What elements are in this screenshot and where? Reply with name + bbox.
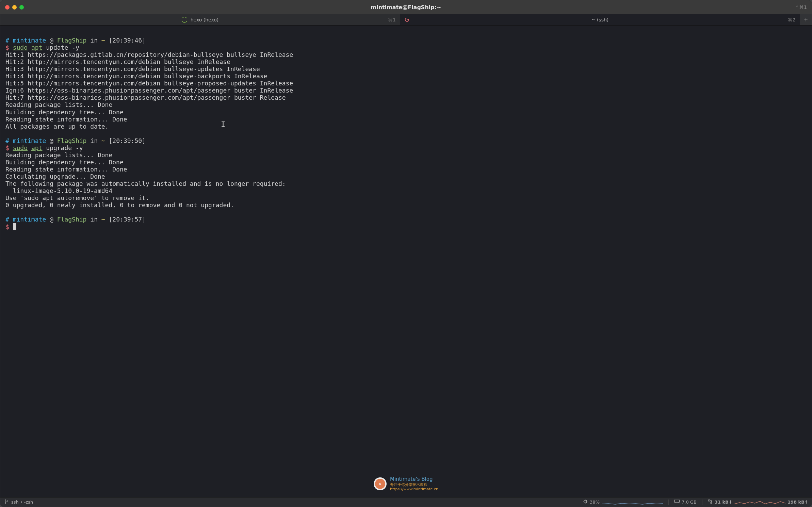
net-sparkline <box>734 499 785 505</box>
close-icon[interactable] <box>5 5 10 10</box>
cpu-icon <box>583 499 588 505</box>
output-line: Hit:5 http://mirrors.tencentyun.com/debi… <box>5 80 293 87</box>
output-line: Reading state information... Done <box>5 116 127 123</box>
status-memory: 7.0 GB <box>682 500 697 505</box>
output-line: Ign:6 https://oss-binaries.phusionpassen… <box>5 87 293 94</box>
ibeam-cursor-icon: 𝙸 <box>221 120 225 129</box>
output-line: All packages are up to date. <box>5 123 109 130</box>
terminal-body[interactable]: # mintimate @ FlagShip in ~ [20:39:46] $… <box>0 26 812 497</box>
svg-rect-4 <box>675 500 680 502</box>
terminal-window: mintimate@FlagShip:~ ⌃⌘1 hexo (hexo) ⌘1 … <box>0 0 812 507</box>
output-line: Reading package lists... Done <box>5 151 112 159</box>
output-line: Hit:2 http://mirrors.tencentyun.com/debi… <box>5 58 230 65</box>
output-line: The following package was automatically … <box>5 180 286 187</box>
new-tab-button[interactable] <box>800 14 812 25</box>
traffic-lights <box>5 5 24 10</box>
memory-icon <box>674 500 680 505</box>
output-line: Reading state information... Done <box>5 166 127 173</box>
sync-icon <box>404 17 410 22</box>
status-net-down: 31 kB↓ <box>715 500 732 505</box>
output-line: Building dependency tree... Done <box>5 109 124 116</box>
svg-point-2 <box>7 500 8 501</box>
network-icon <box>708 499 713 505</box>
output-line: Hit:7 https://oss-binaries.phusionpassen… <box>5 94 286 101</box>
output-line: 0 upgraded, 0 newly installed, 0 to remo… <box>5 201 234 209</box>
node-icon <box>182 17 187 23</box>
output-line: Hit:3 http://mirrors.tencentyun.com/debi… <box>5 65 260 72</box>
tab-label: ~ (ssh) <box>591 17 609 22</box>
svg-rect-5 <box>709 500 710 501</box>
output-line: Reading package lists... Done <box>5 101 112 108</box>
status-net-up: 198 kB↑ <box>787 500 808 505</box>
svg-point-0 <box>5 500 6 501</box>
plus-icon <box>803 17 808 22</box>
tab-hexo[interactable]: hexo (hexo) ⌘1 <box>0 14 400 25</box>
output-line: Hit:1 https://packages.gitlab.cn/reposit… <box>5 51 293 58</box>
minimize-icon[interactable] <box>12 5 17 10</box>
cursor <box>13 223 16 230</box>
watermark: ω Mintimate's Blog 专注于你分享技术教程 https://ww… <box>374 476 438 492</box>
svg-rect-3 <box>584 501 587 503</box>
tab-shortcut: ⌘2 <box>788 17 796 22</box>
window-shortcut-hint: ⌃⌘1 <box>795 4 807 10</box>
tab-bar: hexo (hexo) ⌘1 ~ (ssh) ⌘2 <box>0 14 812 26</box>
title-bar[interactable]: mintimate@FlagShip:~ ⌃⌘1 <box>0 0 812 14</box>
output-line: Hit:4 http://mirrors.tencentyun.com/debi… <box>5 72 267 80</box>
watermark-title: Mintimate's Blog <box>390 476 438 483</box>
watermark-subtitle: 专注于你分享技术教程 <box>390 483 438 487</box>
output-line: linux-image-5.10.0-19-amd64 <box>5 187 112 194</box>
tab-shortcut: ⌘1 <box>388 17 396 22</box>
output-line: Calculating upgrade... Done <box>5 173 105 180</box>
tab-ssh[interactable]: ~ (ssh) ⌘2 <box>400 14 800 25</box>
cpu-sparkline <box>602 499 663 505</box>
status-bar: ssh • -zsh 38% 7.0 GB 31 kB↓ 198 kB↑ <box>0 497 812 507</box>
maximize-icon[interactable] <box>19 5 24 10</box>
output-line: Building dependency tree... Done <box>5 159 124 166</box>
status-process: ssh • -zsh <box>11 500 33 505</box>
window-title: mintimate@FlagShip:~ <box>371 4 441 11</box>
watermark-logo-icon: ω <box>374 477 387 490</box>
tab-label: hexo (hexo) <box>191 17 219 22</box>
watermark-url: https://www.mintimate.cn <box>390 487 438 492</box>
output-line: Use 'sudo apt autoremove' to remove it. <box>5 194 149 201</box>
status-cpu: 38% <box>590 500 600 505</box>
svg-point-1 <box>5 503 6 504</box>
branch-icon <box>4 499 9 505</box>
